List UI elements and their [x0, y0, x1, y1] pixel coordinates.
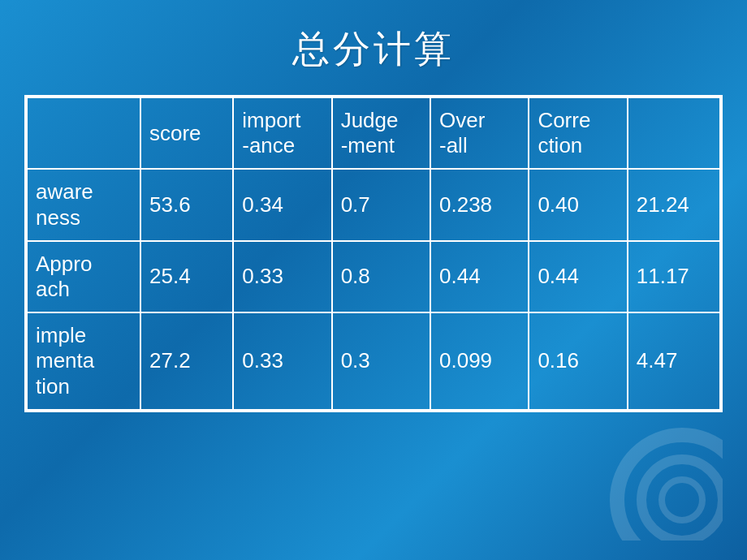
row-label-awareness: awareness: [27, 169, 140, 240]
header-judgment: Judge-ment: [332, 97, 430, 169]
row-judgment-awareness: 0.7: [332, 169, 430, 240]
svg-point-2: [662, 480, 702, 520]
main-table-container: score import-ance Judge-ment Over-all Co…: [24, 95, 723, 412]
row-importance-implementation: 0.33: [233, 312, 331, 410]
header-importance: import-ance: [233, 97, 331, 169]
table-row: awareness 53.6 0.34 0.7 0.238 0.40 21.24: [27, 169, 720, 240]
svg-point-0: [617, 435, 723, 541]
row-result-implementation: 4.47: [628, 312, 720, 410]
row-score-approach: 25.4: [140, 241, 233, 312]
row-result-awareness: 21.24: [628, 169, 720, 240]
header-result: [628, 97, 720, 169]
header-score: score: [140, 97, 233, 169]
row-overall-awareness: 0.238: [430, 169, 529, 240]
row-correction-awareness: 0.40: [529, 169, 627, 240]
svg-point-1: [641, 459, 723, 541]
row-overall-implementation: 0.099: [430, 312, 529, 410]
header-correction: Correction: [529, 97, 627, 169]
header-label: [27, 97, 140, 169]
table-row: Approach 25.4 0.33 0.8 0.44 0.44 11.17: [27, 241, 720, 312]
table-header-row: score import-ance Judge-ment Over-all Co…: [27, 97, 720, 169]
score-table: score import-ance Judge-ment Over-all Co…: [26, 97, 721, 411]
row-correction-approach: 0.44: [529, 241, 627, 312]
row-label-approach: Approach: [27, 241, 140, 312]
row-result-approach: 11.17: [628, 241, 720, 312]
header-overall: Over-all: [430, 97, 529, 169]
row-correction-implementation: 0.16: [529, 312, 627, 410]
row-score-awareness: 53.6: [140, 169, 233, 240]
row-score-implementation: 27.2: [140, 312, 233, 410]
row-label-implementation: implementation: [27, 312, 140, 410]
row-judgment-implementation: 0.3: [332, 312, 430, 410]
table-row: implementation 27.2 0.33 0.3 0.099 0.16 …: [27, 312, 720, 410]
row-importance-approach: 0.33: [233, 241, 331, 312]
row-importance-awareness: 0.34: [233, 169, 331, 240]
row-overall-approach: 0.44: [430, 241, 529, 312]
page-title: 总分计算: [292, 24, 455, 75]
row-judgment-approach: 0.8: [332, 241, 430, 312]
